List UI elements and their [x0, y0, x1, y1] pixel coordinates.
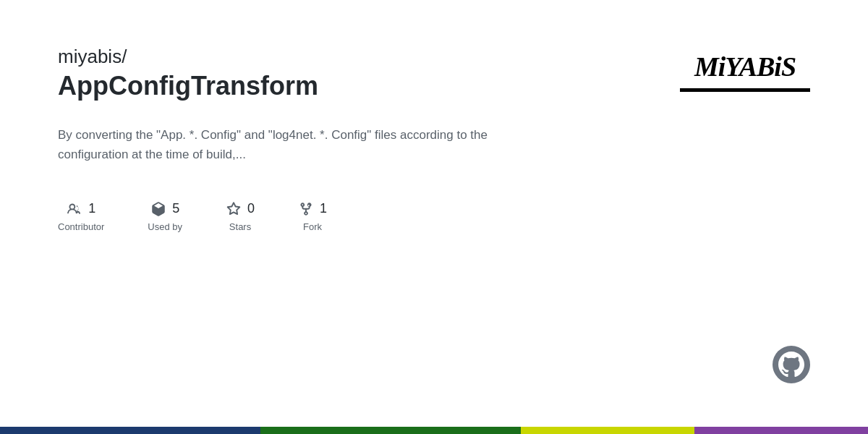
repo-description: By converting the "App. *. Config" and "… [58, 125, 492, 164]
stat-fork: 1 Fork [298, 201, 327, 232]
stars-count: 0 [247, 201, 255, 216]
bar-blue [0, 427, 260, 434]
used-by-label: Used by [148, 221, 182, 232]
star-icon [226, 201, 242, 217]
fork-label: Fork [303, 221, 322, 232]
stat-stars-top: 0 [226, 201, 255, 217]
bottom-color-bar [0, 427, 868, 434]
brand-logo-text: MiYABiS [694, 51, 796, 82]
bar-green [260, 427, 521, 434]
stat-contributor: 1 Contributor [58, 201, 104, 232]
bar-yellow [521, 427, 694, 434]
github-icon[interactable] [773, 346, 810, 383]
left-section: miyabis/ AppConfigTransform By convertin… [58, 43, 564, 232]
stat-contributor-top: 1 [67, 201, 95, 217]
contributor-count: 1 [88, 201, 95, 216]
fork-count: 1 [320, 201, 327, 216]
stat-used-by-top: 5 [150, 201, 179, 217]
contributor-label: Contributor [58, 221, 104, 232]
stat-fork-top: 1 [298, 201, 327, 217]
stars-label: Stars [229, 221, 251, 232]
bar-purple [694, 427, 868, 434]
fork-icon [298, 201, 314, 217]
stat-used-by: 5 Used by [148, 201, 182, 232]
repo-name: AppConfigTransform [58, 69, 564, 103]
repo-owner: miyabis/ [58, 43, 564, 69]
logo-underline [680, 88, 810, 92]
github-svg [778, 352, 804, 378]
used-by-count: 5 [172, 201, 179, 216]
stat-stars: 0 Stars [226, 201, 255, 232]
main-content: miyabis/ AppConfigTransform By convertin… [0, 0, 868, 261]
right-section: MiYABiS [680, 43, 810, 92]
package-icon [150, 201, 166, 217]
stats-row: 1 Contributor 5 Used by [58, 201, 564, 232]
contributor-icon [67, 201, 82, 217]
github-icon-wrapper[interactable] [773, 346, 810, 383]
